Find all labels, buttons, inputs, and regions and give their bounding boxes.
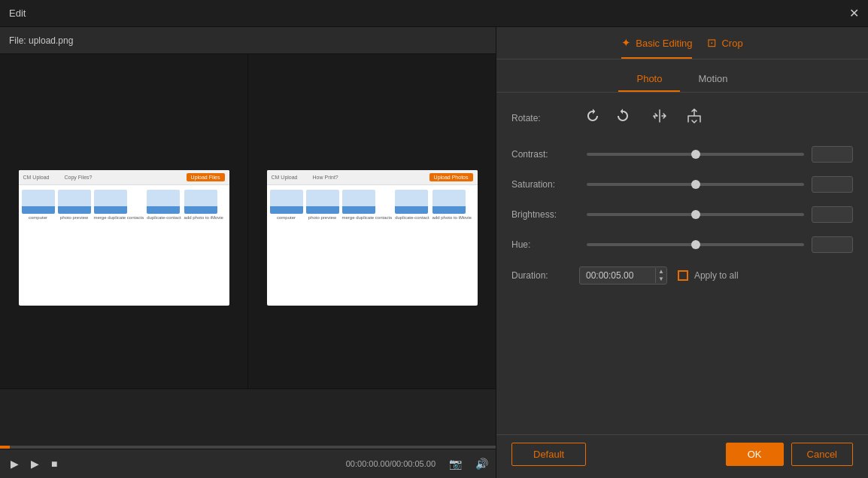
bottom-buttons: Default OK Cancel [496, 434, 868, 478]
duration-row: Duration: ▲ ▼ Apply to all [511, 266, 853, 285]
apply-all-label: Apply to all [694, 270, 739, 281]
original-content: Original File CM Upload Copy Files? Uplo… [0, 54, 247, 388]
original-screenshot-mock: CM Upload Copy Files? Upload Files compu… [19, 170, 229, 306]
rotate-left-button[interactable] [614, 105, 636, 131]
close-button[interactable]: ✕ [849, 6, 859, 20]
basic-editing-icon: ✦ [621, 36, 631, 50]
thumb-5-output [432, 190, 466, 214]
tab-crop[interactable]: ⊡ Crop [707, 36, 742, 59]
panel-tabs-row: ✦ Basic Editing ⊡ Crop [496, 27, 868, 59]
stop-button[interactable]: ■ [48, 456, 60, 471]
thumb-4-output [395, 190, 428, 214]
mock-topbar-output: CM Upload How Print? Upload Photos [267, 170, 478, 185]
hue-slider[interactable] [587, 243, 804, 246]
hue-row: Hue: ▲ ▼ [511, 236, 853, 253]
cancel-button[interactable]: Cancel [791, 443, 853, 466]
default-button[interactable]: Default [511, 443, 586, 466]
duration-spinners: ▲ ▼ [655, 268, 666, 283]
flip-vertical-button[interactable] [683, 105, 706, 131]
title-bar: Edit ✕ [0, 0, 868, 27]
upload-btn-original: Upload Files [187, 173, 225, 181]
saturation-label: Saturation: [511, 179, 579, 190]
settings-area: Rotate: [496, 93, 868, 434]
brightness-slider[interactable] [587, 213, 804, 216]
saturation-row: Saturation: ▲ ▼ [511, 176, 853, 193]
preview-area: Original File CM Upload Copy Files? Uplo… [0, 54, 496, 389]
ok-button[interactable]: OK [726, 443, 784, 466]
output-screenshot-mock: CM Upload How Print? Upload Photos compu… [267, 170, 478, 306]
contrast-row: Contrast: ▲ ▼ [511, 146, 853, 163]
rotate-right-button[interactable] [579, 105, 602, 131]
progress-bar-container[interactable] [0, 446, 496, 449]
thumb-1-output [270, 190, 303, 214]
tab-motion[interactable]: Motion [680, 69, 745, 92]
rotate-row: Rotate: [511, 105, 853, 131]
crop-icon: ⊡ [707, 36, 717, 50]
audio-icon[interactable]: 🔊 [475, 458, 488, 470]
tab-photo[interactable]: Photo [618, 69, 680, 92]
time-display: 00:00:00.00/00:00:05.00 [346, 459, 436, 468]
crop-label: Crop [721, 38, 742, 49]
contrast-label: Contrast: [511, 149, 579, 160]
hue-value-box: ▲ ▼ [812, 236, 853, 253]
thumb-3-output [342, 190, 375, 214]
left-panel: File: upload.png Original File CM Upload… [0, 27, 496, 478]
original-pane: Original File CM Upload Copy Files? Uplo… [0, 54, 248, 388]
window-title: Edit [9, 8, 26, 19]
play-button[interactable]: ▶ [8, 456, 22, 471]
right-buttons: OK Cancel [726, 443, 853, 466]
flip-horizontal-button[interactable] [648, 105, 671, 131]
saturation-slider[interactable] [587, 183, 804, 186]
brightness-value-box: ▲ ▼ [812, 206, 853, 223]
thumb-5-original [184, 190, 217, 214]
thumb-2-original [58, 190, 91, 214]
contrast-input[interactable] [812, 147, 853, 162]
duration-decrement[interactable]: ▼ [656, 276, 666, 283]
hue-input[interactable] [812, 237, 853, 252]
brightness-row: Brightness: ▲ ▼ [511, 206, 853, 223]
right-panel: ✦ Basic Editing ⊡ Crop Photo Motion Rota… [496, 27, 868, 478]
camera-icon[interactable]: 📷 [449, 458, 462, 470]
thumb-4-original [147, 190, 180, 214]
timeline-area [0, 389, 496, 449]
upload-btn-output: Upload Photos [429, 173, 473, 181]
photo-motion-tabs: Photo Motion [496, 59, 868, 93]
progress-bar-fill [0, 446, 10, 449]
duration-label: Duration: [511, 270, 579, 281]
mock-topbar-original: CM Upload Copy Files? Upload Files [19, 170, 229, 185]
output-pane: Output File CM Upload How Print? Upload … [248, 54, 496, 388]
file-name: File: upload.png [9, 35, 73, 46]
play-button-2[interactable]: ▶ [28, 456, 42, 471]
contrast-slider[interactable] [587, 153, 804, 156]
contrast-value-box: ▲ ▼ [812, 146, 853, 163]
saturation-input[interactable] [812, 177, 853, 192]
brightness-label: Brightness: [511, 209, 579, 220]
apply-all-checkbox[interactable] [678, 270, 688, 281]
thumb-3-original [94, 190, 127, 214]
thumb-2-output [306, 190, 339, 214]
hue-label: Hue: [511, 239, 579, 250]
duration-input-box: ▲ ▼ [579, 266, 667, 285]
mock-thumbnails-original: computer photo preview merge duplicate c… [19, 185, 229, 224]
controls-bar: ▶ ▶ ■ 00:00:00.00/00:00:05.00 📷 🔊 [0, 449, 496, 478]
output-content: Output File CM Upload How Print? Upload … [248, 54, 496, 388]
duration-input[interactable] [580, 267, 655, 284]
apply-all-row: Apply to all [678, 270, 739, 281]
mock-thumbnails-output: computer photo preview merge duplicate c… [267, 185, 478, 224]
brightness-input[interactable] [812, 207, 853, 222]
file-info: File: upload.png [0, 27, 496, 54]
rotate-label: Rotate: [511, 113, 579, 123]
duration-increment[interactable]: ▲ [656, 268, 666, 276]
tab-basic-editing[interactable]: ✦ Basic Editing [621, 36, 692, 59]
thumb-1-original [22, 190, 55, 214]
basic-editing-label: Basic Editing [636, 38, 692, 49]
rotate-buttons [579, 105, 706, 131]
main-container: File: upload.png Original File CM Upload… [0, 27, 868, 478]
saturation-value-box: ▲ ▼ [812, 176, 853, 193]
